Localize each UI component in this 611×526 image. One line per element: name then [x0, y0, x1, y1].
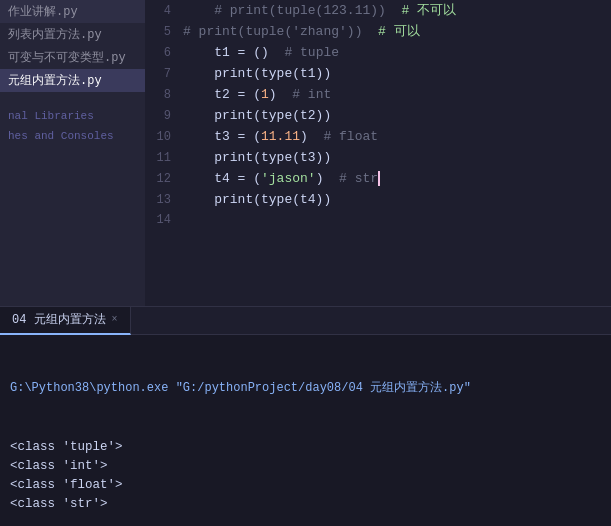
code-line: 9 print(type(t2)) — [145, 105, 611, 126]
line-number: 14 — [145, 210, 183, 231]
code-line: 6 t1 = () # tuple — [145, 42, 611, 63]
console-output-line: <class 'int'> — [10, 457, 601, 476]
main-area: 作业讲解.py 列表内置方法.py 可变与不可变类型.py 元组内置方法.py … — [0, 0, 611, 306]
panel-tab-run[interactable]: 04 元组内置方法 × — [0, 307, 131, 335]
token: t1 = () — [183, 45, 284, 60]
panel-tab-bar: 04 元组内置方法 × — [0, 307, 611, 335]
console-output-line: <class 'tuple'> — [10, 438, 601, 457]
line-number: 11 — [145, 148, 183, 169]
line-number: 7 — [145, 64, 183, 85]
line-content: # print(tuple('zhang')) # 可以 — [183, 21, 420, 42]
line-number: 13 — [145, 190, 183, 211]
line-content: print(type(t2)) — [183, 105, 331, 126]
token: # print(tuple(123.11)) — [183, 3, 401, 18]
token — [378, 171, 380, 186]
token: print(type(t1)) — [183, 66, 331, 81]
code-line: 8 t2 = (1) # int — [145, 84, 611, 105]
line-number: 5 — [145, 22, 183, 43]
token: # 可以 — [378, 24, 420, 39]
sidebar-item-file1[interactable]: 作业讲解.py — [0, 0, 145, 23]
code-line: 13 print(type(t4)) — [145, 189, 611, 210]
token: 'jason' — [261, 171, 316, 186]
console-cmd: G:\Python38\python.exe "G:/pythonProject… — [10, 379, 601, 398]
line-content: t1 = () # tuple — [183, 42, 339, 63]
token: 1 — [261, 87, 269, 102]
code-line: 14 — [145, 210, 611, 231]
editor-area: 4 # print(tuple(123.11)) # 不可以5# print(t… — [145, 0, 611, 306]
console-outputs: <class 'tuple'><class 'int'><class 'floa… — [10, 438, 601, 514]
line-content: print(type(t4)) — [183, 189, 331, 210]
sidebar-item-file2[interactable]: 列表内置方法.py — [0, 23, 145, 46]
sidebar-item-file4[interactable]: 元组内置方法.py — [0, 69, 145, 92]
token: ) — [316, 171, 339, 186]
token: t4 = ( — [183, 171, 261, 186]
token: print(type(t2)) — [183, 108, 331, 123]
console-output-line: <class 'float'> — [10, 476, 601, 495]
token: print(type(t4)) — [183, 192, 331, 207]
code-line: 5# print(tuple('zhang')) # 可以 — [145, 21, 611, 42]
line-content: print(type(t1)) — [183, 63, 331, 84]
code-line: 7 print(type(t1)) — [145, 63, 611, 84]
line-content: t2 = (1) # int — [183, 84, 331, 105]
token: # str — [339, 171, 378, 186]
sidebar: 作业讲解.py 列表内置方法.py 可变与不可变类型.py 元组内置方法.py … — [0, 0, 145, 306]
token: # print(tuple('zhang')) — [183, 24, 378, 39]
line-number: 4 — [145, 1, 183, 22]
panel-tab-close[interactable]: × — [112, 306, 118, 334]
line-number: 9 — [145, 106, 183, 127]
code-line: 10 t3 = (11.11) # float — [145, 126, 611, 147]
token: # 不可以 — [401, 3, 456, 18]
line-number: 6 — [145, 43, 183, 64]
token: t2 = ( — [183, 87, 261, 102]
console-output-line: <class 'str'> — [10, 495, 601, 514]
line-content: t4 = ('jason') # str — [183, 168, 380, 189]
line-content: print(type(t3)) — [183, 147, 331, 168]
bottom-panel: 04 元组内置方法 × G:\Python38\python.exe "G:/p… — [0, 306, 611, 526]
line-number: 8 — [145, 85, 183, 106]
panel-tab-label: 04 元组内置方法 — [12, 306, 106, 334]
token: ) — [269, 87, 292, 102]
token: ) — [300, 129, 323, 144]
code-line: 12 t4 = ('jason') # str — [145, 168, 611, 189]
sidebar-section-consoles: hes and Consoles — [0, 126, 145, 144]
token: print(type(t3)) — [183, 150, 331, 165]
code-lines: 4 # print(tuple(123.11)) # 不可以5# print(t… — [145, 0, 611, 306]
token: # float — [323, 129, 378, 144]
line-number: 12 — [145, 169, 183, 190]
token: t3 = ( — [183, 129, 261, 144]
sidebar-section-ext-libs: nal Libraries — [0, 106, 145, 124]
sidebar-item-file3[interactable]: 可变与不可变类型.py — [0, 46, 145, 69]
line-content: # print(tuple(123.11)) # 不可以 — [183, 0, 456, 21]
token: 11.11 — [261, 129, 300, 144]
token: # tuple — [284, 45, 339, 60]
console-content: G:\Python38\python.exe "G:/pythonProject… — [0, 335, 611, 526]
line-content: t3 = (11.11) # float — [183, 126, 378, 147]
token: # int — [292, 87, 331, 102]
code-line: 11 print(type(t3)) — [145, 147, 611, 168]
line-number: 10 — [145, 127, 183, 148]
code-line: 4 # print(tuple(123.11)) # 不可以 — [145, 0, 611, 21]
